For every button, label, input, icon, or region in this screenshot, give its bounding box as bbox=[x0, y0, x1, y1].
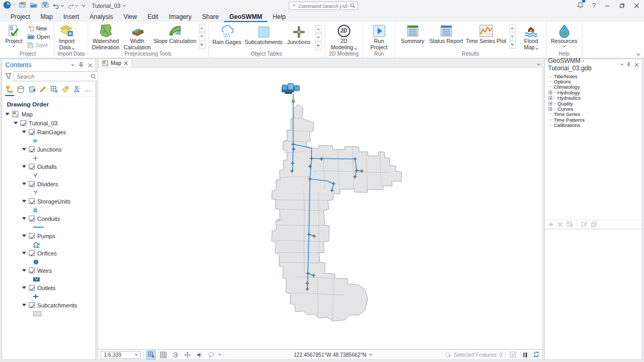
tree-item-title-notes[interactable]: Title/Notes bbox=[549, 73, 640, 79]
weir-symbol[interactable] bbox=[2, 275, 95, 283]
width-calculation-button[interactable]: Width Calculation bbox=[123, 23, 152, 51]
layer-checkbox[interactable] bbox=[29, 285, 35, 291]
undo-button[interactable] bbox=[53, 3, 63, 9]
tree-item-map[interactable]: Map bbox=[2, 110, 95, 119]
tree-item-storageunits[interactable]: StorageUnits bbox=[2, 197, 95, 206]
sound-button[interactable] bbox=[195, 350, 204, 359]
edit-object-button[interactable] bbox=[581, 220, 587, 229]
copy-object-button[interactable] bbox=[591, 220, 597, 229]
junctions-button[interactable]: Junctions bbox=[285, 24, 313, 52]
collapse-icon[interactable] bbox=[14, 122, 18, 124]
list-by-snapping-button[interactable] bbox=[49, 84, 59, 94]
collapse-icon[interactable] bbox=[22, 165, 26, 168]
tree-item-tutorial03[interactable]: Tutorial_03 bbox=[2, 119, 95, 127]
layer-checkbox[interactable] bbox=[29, 216, 35, 221]
map-tab[interactable]: Map bbox=[98, 58, 132, 67]
expand-icon[interactable] bbox=[549, 96, 552, 100]
save-button[interactable]: Save bbox=[26, 41, 52, 49]
collapse-icon[interactable] bbox=[5, 113, 9, 115]
layer-checkbox[interactable] bbox=[29, 181, 35, 187]
grid-button[interactable] bbox=[158, 350, 168, 359]
tab-list-dropdown-icon[interactable] bbox=[537, 62, 540, 66]
tree-item-time-series[interactable]: Time Series bbox=[549, 112, 640, 117]
project-name[interactable]: Tutorial_03 bbox=[92, 3, 125, 9]
scale-selector[interactable]: 1:6,339 bbox=[101, 351, 141, 359]
delete-object-button[interactable] bbox=[557, 220, 563, 229]
tree-item-curves[interactable]: Curves bbox=[549, 106, 640, 111]
map-canvas[interactable] bbox=[98, 68, 543, 349]
time-series-plot-button[interactable]: Time Series Plot bbox=[465, 23, 507, 51]
undo-dropdown-icon[interactable] bbox=[61, 4, 64, 7]
outfall-symbol[interactable] bbox=[2, 171, 95, 179]
pause-drawing-button[interactable] bbox=[523, 353, 527, 357]
tree-item-weirs[interactable]: Weirs bbox=[2, 266, 95, 275]
map-tab-close-icon[interactable] bbox=[124, 61, 128, 65]
redo-dropdown-icon[interactable] bbox=[75, 4, 78, 7]
collapse-icon[interactable] bbox=[22, 148, 26, 151]
list-by-labeling-button[interactable] bbox=[60, 84, 70, 94]
layer-checkbox[interactable] bbox=[29, 268, 35, 273]
minimize-button[interactable] bbox=[604, 3, 610, 9]
tab-project[interactable]: Project bbox=[5, 12, 35, 22]
junction-symbol[interactable] bbox=[2, 154, 95, 162]
pin-icon[interactable] bbox=[79, 60, 83, 70]
layer-checkbox[interactable] bbox=[29, 146, 35, 152]
command-search-input[interactable] bbox=[298, 3, 349, 9]
open-button[interactable]: Open bbox=[26, 33, 52, 40]
expand-gallery-button[interactable] bbox=[315, 42, 322, 50]
collapse-icon[interactable] bbox=[22, 217, 26, 220]
pin-icon[interactable] bbox=[627, 60, 631, 69]
tab-help[interactable]: Help bbox=[267, 12, 291, 22]
list-by-data-source-button[interactable] bbox=[16, 84, 26, 94]
scroll-up-button[interactable] bbox=[199, 24, 206, 32]
collapse-icon[interactable] bbox=[22, 252, 26, 254]
layer-checkbox[interactable] bbox=[29, 129, 35, 135]
scroll-up-button[interactable] bbox=[509, 24, 516, 32]
contents-search[interactable] bbox=[14, 71, 103, 81]
tree-item-dividers[interactable]: Dividers bbox=[2, 179, 95, 188]
geoswmm-menu-icon[interactable] bbox=[620, 62, 624, 66]
expand-icon[interactable] bbox=[549, 91, 552, 94]
layer-checkbox[interactable] bbox=[29, 302, 35, 308]
tab-map[interactable]: Map bbox=[35, 12, 58, 22]
delete-table-button[interactable] bbox=[566, 220, 573, 229]
subcatchment-symbol[interactable] bbox=[2, 310, 95, 318]
tree-item-time-patterns[interactable]: Time Patterns bbox=[549, 117, 640, 122]
collapse-icon[interactable] bbox=[22, 200, 26, 203]
list-by-drawing-order-button[interactable] bbox=[5, 84, 15, 94]
tree-item-hydraulics[interactable]: Hydraulics bbox=[549, 95, 640, 101]
list-by-perspective-button[interactable] bbox=[72, 84, 82, 94]
pump-symbol[interactable] bbox=[2, 240, 95, 249]
statusbar-tools-dropdown-icon[interactable] bbox=[218, 353, 221, 356]
subcatchments-button[interactable]: Subcatchments bbox=[244, 24, 283, 52]
tree-item-conduits[interactable]: Conduits bbox=[2, 214, 95, 223]
expand-gallery-button[interactable] bbox=[199, 41, 206, 49]
help-icon[interactable]: ? bbox=[592, 2, 596, 9]
tree-item-subcatchments[interactable]: Subcatchments bbox=[2, 301, 95, 310]
tab-edit[interactable]: Edit bbox=[142, 12, 164, 22]
open-project-icon[interactable] bbox=[30, 1, 38, 10]
tree-item-junctions[interactable]: Junctions bbox=[2, 145, 95, 154]
package-project-icon[interactable] bbox=[41, 1, 49, 10]
expand-icon[interactable] bbox=[549, 102, 552, 105]
tab-analysis[interactable]: Analysis bbox=[84, 12, 119, 22]
layer-checkbox[interactable] bbox=[29, 164, 35, 169]
scroll-down-button[interactable] bbox=[199, 33, 206, 40]
tab-imagery[interactable]: Imagery bbox=[164, 12, 197, 22]
expand-gallery-button[interactable] bbox=[509, 41, 516, 49]
watershed-delineation-button[interactable]: Watershed Delineation bbox=[91, 23, 121, 51]
run-project-button[interactable]: Run Project bbox=[369, 23, 389, 51]
storageunit-symbol[interactable] bbox=[2, 206, 95, 214]
tree-item-quality[interactable]: Quality bbox=[549, 101, 640, 106]
select-box-button[interactable] bbox=[508, 350, 518, 359]
scroll-down-button[interactable] bbox=[315, 34, 322, 41]
close-window-button[interactable] bbox=[634, 3, 640, 9]
layer-checkbox[interactable] bbox=[20, 120, 26, 126]
tab-share[interactable]: Share bbox=[197, 12, 224, 22]
tree-item-raingages[interactable]: RainGages bbox=[2, 127, 95, 136]
pan-button[interactable] bbox=[183, 350, 192, 359]
tree-item-outlets[interactable]: Outlets bbox=[2, 283, 95, 292]
more-options-button[interactable]: … bbox=[83, 84, 93, 94]
contents-menu-icon[interactable] bbox=[71, 63, 74, 66]
scroll-up-button[interactable] bbox=[315, 25, 322, 33]
